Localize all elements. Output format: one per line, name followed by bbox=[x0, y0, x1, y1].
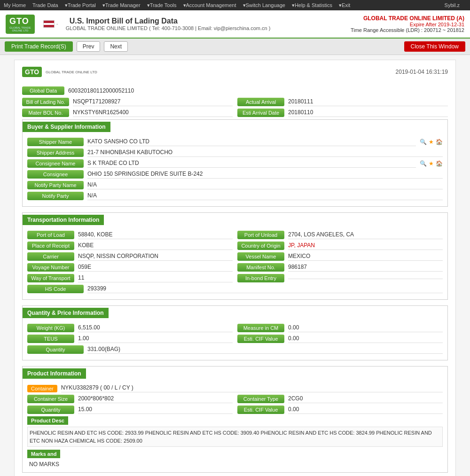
container-tag: Container bbox=[27, 385, 57, 392]
product-header-row: Product Information bbox=[23, 367, 447, 381]
content-area: GTO GLOBAL TRADE ONLINE LTD 2019-01-04 1… bbox=[0, 55, 470, 476]
close-button-top[interactable]: Close This Window bbox=[404, 41, 465, 52]
consignee-star-icon[interactable]: ★ bbox=[429, 160, 434, 167]
container-type-col: Container Type 2CG0 bbox=[237, 395, 443, 403]
consignee-label: Consignee bbox=[27, 170, 84, 179]
nav-trade-tools[interactable]: Trade Tools bbox=[150, 2, 177, 8]
header-right: GLOBAL TRADE ONLINE LIMITED (A) Expire A… bbox=[351, 15, 464, 33]
esti-arrival-col: Esti Arrival Date 20180110 bbox=[237, 109, 448, 117]
us-flag bbox=[43, 20, 55, 28]
country-origin-label: Country of Origin bbox=[237, 242, 284, 250]
header-bar: GTO GLOBAL TRADEONLINE LTD - U.S. Import… bbox=[0, 10, 470, 39]
port-load-label: Port of Load bbox=[27, 231, 74, 239]
way-transport-label: Way of Transport bbox=[27, 274, 74, 282]
shipper-address-value: 21-7 NIHONBASHI KABUTOCHO bbox=[87, 149, 443, 157]
product-qty-value: 15.00 bbox=[78, 406, 233, 414]
nav-my-home[interactable]: My Home bbox=[4, 2, 26, 8]
consignee-icons: 🔍 ★ 🏠 bbox=[420, 160, 443, 167]
manifest-value: 986187 bbox=[288, 264, 443, 272]
top-navigation: My Home Trade Data ▾ Trade Portal ▾ Trad… bbox=[0, 0, 470, 10]
container-size-col: Container Size 2000*806*802 bbox=[27, 395, 233, 403]
inbond-label: In-bond Entry bbox=[237, 274, 284, 282]
global-data-row: Global Data 600320180112000052110 bbox=[22, 86, 448, 95]
company-name: GLOBAL TRADE ONLINE LIMITED (A) bbox=[351, 15, 464, 22]
transportation-header-row: Transportation Information bbox=[23, 213, 447, 227]
inbond-col: In-bond Entry bbox=[237, 274, 443, 282]
consignee-search-icon[interactable]: 🔍 bbox=[420, 160, 427, 167]
esti-cif-value: 0.00 bbox=[288, 335, 443, 343]
port-load-col: Port of Load 58840, KOBE bbox=[27, 231, 233, 239]
place-receipt-label: Place of Receipt bbox=[27, 242, 74, 250]
place-receipt-col: Place of Receipt KOBE bbox=[27, 242, 233, 250]
nav-switch-language[interactable]: Switch Language bbox=[246, 2, 285, 8]
print-button-top[interactable]: Print Trade Record(S) bbox=[5, 41, 73, 52]
doc-logo: GTO GLOBAL TRADE ONLINE LTD bbox=[22, 67, 97, 77]
flag-area: - bbox=[43, 20, 60, 28]
container-size-value: 2000*806*802 bbox=[78, 395, 233, 403]
voyage-manifest-row: Voyage Number 059E Manifest No. 986187 bbox=[27, 263, 443, 272]
weight-col: Weight (KG) 6,515.00 bbox=[27, 324, 233, 332]
product-qty-cif-row: Quantity 15.00 Esti. CIF Value 0.00 bbox=[27, 406, 443, 414]
nav-exit[interactable]: Exit bbox=[342, 2, 350, 8]
port-unload-label: Port of Unload bbox=[237, 231, 284, 239]
transportation-header: Transportation Information bbox=[23, 215, 104, 225]
notify-party-name-label: Notify Party Name bbox=[27, 181, 84, 189]
measure-cm-col: Measure in CM 0.00 bbox=[237, 324, 443, 332]
quantity-header: Quantity & Price Information bbox=[23, 308, 109, 318]
weight-label: Weight (KG) bbox=[27, 324, 74, 332]
manifest-label: Manifest No. bbox=[237, 263, 284, 272]
product-desc-block: Product Desc PHENOLIC RESIN AND ETC HS C… bbox=[27, 416, 443, 447]
product-body: Container NYKU3382879 ( 00 / L / CY ) Co… bbox=[23, 381, 447, 472]
consignee-row: Consignee OHIO 150 SPRINGSIDE DRIVE SUIT… bbox=[27, 170, 443, 179]
doc-logo-text: GTO bbox=[25, 68, 39, 76]
doc-logo-company: GLOBAL TRADE ONLINE LTD bbox=[46, 70, 97, 74]
nav-trade-portal[interactable]: Trade Portal bbox=[68, 2, 96, 8]
teus-value: 1.00 bbox=[78, 335, 233, 343]
measure-cm-value: 0.00 bbox=[288, 324, 443, 332]
nav-help-statistics[interactable]: Help & Statistics bbox=[295, 2, 332, 8]
container-type-value: 2CG0 bbox=[288, 395, 443, 403]
consignee-name-row: Consignee Name S K TRADE CO LTD 🔍 ★ 🏠 bbox=[27, 159, 443, 168]
place-receipt-value: KOBE bbox=[78, 242, 233, 250]
teus-col: TEUS 1.00 bbox=[27, 335, 233, 343]
buyer-supplier-section: Buyer & Supplier Information Shipper Nam… bbox=[22, 119, 448, 207]
esti-cif-col: Esti. CIF Value 0.00 bbox=[237, 335, 443, 343]
shipper-search-icon[interactable]: 🔍 bbox=[420, 139, 427, 145]
prev-button-top[interactable]: Prev bbox=[77, 41, 101, 52]
shipper-name-row: Shipper Name KATO SANSHO CO LTD 🔍 ★ 🏠 bbox=[27, 138, 443, 146]
doc-logo-label: GLOBAL TRADE ONLINE LTD bbox=[46, 70, 97, 74]
quantity-section: Quantity & Price Information Weight (KG)… bbox=[22, 305, 448, 360]
shipper-star-icon[interactable]: ★ bbox=[429, 139, 434, 145]
toolbar-top: Print Trade Record(S) Prev Next Close Th… bbox=[0, 39, 470, 55]
product-header: Product Information bbox=[23, 368, 86, 379]
consignee-name-label: Consignee Name bbox=[27, 159, 84, 168]
manifest-col: Manifest No. 986187 bbox=[237, 263, 443, 272]
way-transport-col: Way of Transport 11 bbox=[27, 274, 233, 282]
next-button-top[interactable]: Next bbox=[104, 41, 128, 52]
shipper-home-icon[interactable]: 🏠 bbox=[436, 139, 443, 145]
consignee-home-icon[interactable]: 🏠 bbox=[436, 160, 443, 167]
nav-trade-data[interactable]: Trade Data bbox=[32, 2, 58, 8]
notify-party-row: Notify Party N/A bbox=[27, 192, 443, 200]
product-cif-col: Esti. CIF Value 0.00 bbox=[237, 406, 443, 414]
port-load-value: 58840, KOBE bbox=[78, 231, 233, 239]
global-data-value: 600320180112000052110 bbox=[68, 87, 134, 94]
vessel-label: Vessel Name bbox=[237, 252, 284, 261]
buyer-supplier-header: Buyer & Supplier Information bbox=[23, 122, 110, 132]
marks-value: NO MARKS bbox=[27, 460, 443, 468]
measure-cm-label: Measure in CM bbox=[237, 324, 284, 332]
buyer-supplier-header-row: Buyer & Supplier Information bbox=[23, 120, 447, 134]
container-row: Container NYKU3382879 ( 00 / L / CY ) bbox=[27, 384, 443, 392]
teus-label: TEUS bbox=[27, 335, 74, 343]
port-unload-value: 2704, LOS ANGELES, CA bbox=[288, 231, 443, 239]
time-range: Time Range Accessible (LDR) : 200712 ~ 2… bbox=[351, 27, 464, 33]
notify-party-value: N/A bbox=[87, 192, 443, 200]
shipper-name-value: KATO SANSHO CO LTD bbox=[87, 138, 416, 146]
vessel-value: MEXICO bbox=[288, 253, 443, 261]
user-name: Sybil.z bbox=[445, 2, 460, 8]
nav-trade-manager[interactable]: Trade Manager bbox=[105, 2, 141, 8]
esti-arrival-label: Esti Arrival Date bbox=[237, 109, 284, 117]
nav-account-management[interactable]: Account Management bbox=[186, 2, 236, 8]
hs-code-value: 293399 bbox=[87, 285, 443, 293]
mater-bol-label: Mater BOL No. bbox=[22, 109, 69, 117]
